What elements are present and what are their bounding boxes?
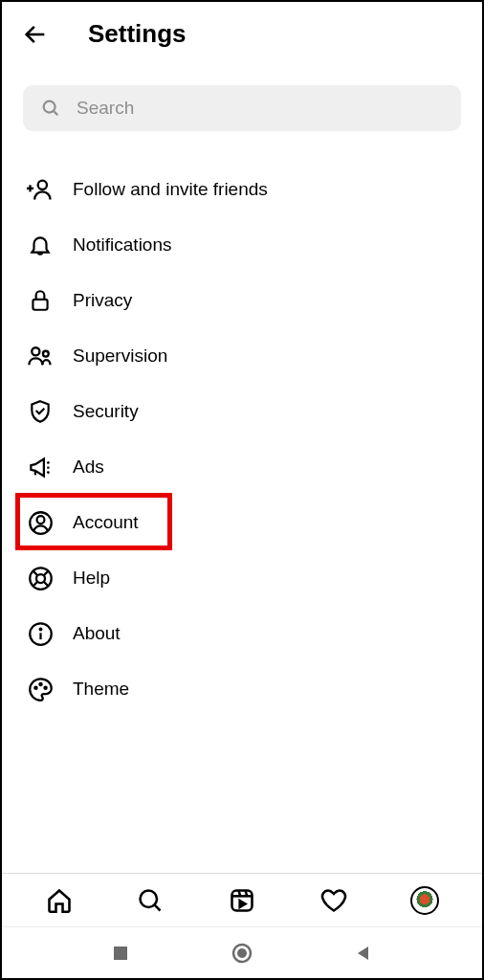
nav-search[interactable] xyxy=(135,885,165,916)
menu-item-theme[interactable]: Theme xyxy=(2,661,482,717)
svg-line-24 xyxy=(155,904,161,910)
settings-menu: Follow and invite friends Notifications … xyxy=(2,141,482,717)
person-add-icon xyxy=(27,176,54,203)
menu-label: Account xyxy=(73,512,139,533)
menu-item-follow-invite[interactable]: Follow and invite friends xyxy=(2,162,482,217)
nav-home[interactable] xyxy=(44,885,75,916)
bell-icon xyxy=(27,232,54,258)
search-placeholder: Search xyxy=(77,98,134,119)
menu-item-ads[interactable]: Ads xyxy=(2,439,482,495)
menu-label: Supervision xyxy=(73,345,167,367)
search-icon xyxy=(137,887,164,914)
menu-label: Ads xyxy=(73,457,104,478)
avatar-icon xyxy=(410,886,439,915)
info-icon xyxy=(27,620,54,647)
svg-point-21 xyxy=(39,682,41,684)
menu-label: Privacy xyxy=(73,290,132,311)
svg-point-19 xyxy=(39,628,41,630)
arrow-left-icon xyxy=(22,21,49,48)
search-input[interactable]: Search xyxy=(23,85,461,131)
nav-reels[interactable] xyxy=(227,885,257,916)
person-circle-icon xyxy=(27,509,54,536)
svg-point-1 xyxy=(44,101,55,113)
menu-item-help[interactable]: Help xyxy=(2,550,482,606)
menu-item-privacy[interactable]: Privacy xyxy=(2,273,482,328)
menu-item-account[interactable]: Account xyxy=(2,495,482,550)
svg-line-14 xyxy=(43,581,48,586)
heart-icon xyxy=(320,887,347,914)
svg-point-8 xyxy=(43,351,49,357)
svg-rect-6 xyxy=(33,300,47,310)
page-title: Settings xyxy=(88,19,187,49)
triangle-left-icon xyxy=(355,945,372,962)
circle-icon xyxy=(231,943,253,964)
menu-label: Security xyxy=(73,401,139,422)
header: Settings xyxy=(2,2,482,58)
bottom-nav xyxy=(2,873,482,926)
svg-line-15 xyxy=(33,581,37,586)
svg-point-10 xyxy=(36,516,44,523)
shield-check-icon xyxy=(27,398,54,425)
lifebuoy-icon xyxy=(27,565,54,591)
svg-line-16 xyxy=(43,570,48,575)
square-icon xyxy=(112,945,129,962)
svg-rect-29 xyxy=(114,947,127,960)
system-nav xyxy=(2,926,482,978)
sys-back[interactable] xyxy=(352,942,375,965)
menu-label: Help xyxy=(73,568,110,589)
home-icon xyxy=(46,887,73,914)
palette-icon xyxy=(27,676,54,702)
menu-label: Theme xyxy=(73,679,129,700)
svg-point-3 xyxy=(38,181,47,189)
svg-line-2 xyxy=(54,111,57,115)
reels-icon xyxy=(229,887,255,914)
svg-point-22 xyxy=(44,686,46,688)
svg-point-7 xyxy=(32,347,39,355)
svg-point-20 xyxy=(34,686,36,688)
menu-item-supervision[interactable]: Supervision xyxy=(2,328,482,384)
megaphone-icon xyxy=(27,454,54,480)
menu-label: Follow and invite friends xyxy=(73,179,268,200)
svg-line-28 xyxy=(245,890,247,896)
back-button[interactable] xyxy=(21,20,50,49)
search-icon xyxy=(40,98,61,119)
menu-label: About xyxy=(73,623,121,644)
sys-home[interactable] xyxy=(231,942,253,965)
people-icon xyxy=(27,343,54,369)
nav-activity[interactable] xyxy=(319,885,349,916)
svg-line-27 xyxy=(238,890,240,896)
svg-point-31 xyxy=(237,948,247,958)
menu-label: Notifications xyxy=(73,234,172,256)
menu-item-notifications[interactable]: Notifications xyxy=(2,217,482,273)
svg-line-13 xyxy=(33,570,37,575)
svg-point-23 xyxy=(141,890,158,907)
sys-recent[interactable] xyxy=(109,942,132,965)
menu-item-about[interactable]: About xyxy=(2,606,482,661)
nav-profile[interactable] xyxy=(409,885,440,916)
menu-item-security[interactable]: Security xyxy=(2,384,482,439)
lock-icon xyxy=(27,287,54,314)
